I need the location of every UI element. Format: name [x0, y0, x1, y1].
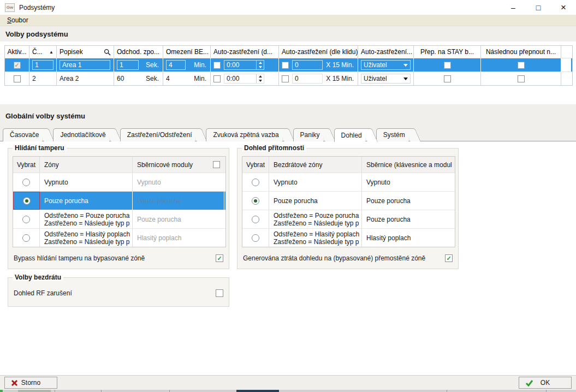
auto-idle-field[interactable]: 0 [292, 60, 323, 70]
window-title: Podsystémy [19, 4, 55, 11]
tamper-radio-pouze-porucha[interactable] [23, 197, 31, 205]
cell-number: 2 [29, 72, 57, 85]
cell-label: Area 1 [57, 58, 114, 72]
tamper-radio-odstrezeno-poplach[interactable] [22, 234, 30, 242]
col-cislo-label: Č... [32, 48, 43, 56]
active-checkbox[interactable] [14, 75, 21, 82]
exit-delay-unit: Sek. [146, 75, 160, 82]
subsystem-section-title: Volby podsystému [5, 30, 68, 38]
supervision-radio-odstrezeno-porucha[interactable] [252, 216, 259, 223]
time-spinner[interactable] [256, 74, 264, 83]
tab-paniky[interactable]: Paniky [293, 128, 323, 141]
option-row[interactable]: Odstřeženo = Hlasitý poplachZastřeženo =… [242, 228, 455, 247]
chevron-down-icon [403, 78, 408, 80]
sort-asc-icon: ▲ [49, 50, 54, 55]
supervision-radio-odstrezeno-poplach[interactable] [252, 234, 259, 242]
sliver-divider [447, 390, 447, 392]
active-checkbox[interactable] [14, 62, 21, 69]
col-popisek[interactable]: Popisek [57, 46, 114, 58]
supervision-radio-pouze-porucha[interactable] [252, 197, 259, 205]
option-row[interactable]: Pouze porucha Pouze porucha [242, 191, 455, 210]
tab-zastrezeni-odstrezeni[interactable]: Zastřežení/Odstřežení [120, 128, 195, 141]
cell-bus: Pouze porucha [133, 192, 224, 210]
col-autozastrezeni-d[interactable]: Auto-zastřežení (d... [211, 46, 279, 58]
auto-idle-checkbox[interactable] [282, 75, 289, 82]
col-vybrat: Vybrat [242, 157, 269, 173]
cancel-button[interactable]: Storno [4, 377, 57, 389]
auto-arm-checkbox[interactable] [213, 62, 221, 69]
option-row[interactable]: Vypnuto Vypnuto [242, 173, 455, 191]
col-stay[interactable]: Přep. na STAY b... [414, 46, 481, 58]
supervision-radio-vypnuto[interactable] [252, 179, 259, 186]
close-icon[interactable]: × [551, 0, 576, 15]
table-row[interactable]: 2 Area 2 60Sek. 4Min. 0:00 0 X 15 Min. U… [5, 72, 572, 85]
auto-idle-checkbox[interactable] [282, 62, 289, 69]
podsystemy-window: Gw Podsystémy – □ × Soubor Volby podsyst… [0, 0, 576, 392]
auto-by-dropdown[interactable]: Uživatel [361, 60, 411, 70]
zones-line1: Odstřeženo = Hlasitý poplach [274, 230, 359, 238]
option-row[interactable]: Odstřeženo = Hlasitý poplachZastřeženo =… [13, 228, 225, 247]
cell-limit: 4Min. [163, 58, 211, 72]
maximize-icon[interactable]: □ [526, 0, 551, 15]
zones-line2: Zastřeženo = Následuje typ p [274, 238, 359, 246]
bypass-checkbox[interactable] [216, 254, 223, 262]
rf-jam-checkbox[interactable] [216, 289, 223, 297]
tab-system[interactable]: Systém [376, 128, 408, 141]
col-cislo[interactable]: Č...▲ [29, 46, 57, 58]
loss-checkbox[interactable] [445, 254, 453, 262]
menu-item-soubor[interactable]: Soubor [5, 16, 31, 24]
exit-delay-field[interactable]: 1 [117, 60, 139, 70]
col-naslednou[interactable]: Následnou přepnout n... [481, 46, 561, 58]
option-row[interactable]: Odstřeženo = Pouze poruchaZastřeženo = N… [242, 210, 455, 228]
cell-select [242, 173, 269, 191]
col-sbernicove-moduly: Sběrnicové moduly [133, 157, 224, 173]
auto-by-dropdown[interactable]: Uživatel [361, 74, 411, 84]
limit-value[interactable]: 4 [166, 75, 170, 82]
cell-auto-by: Uživatel [358, 58, 414, 72]
auto-arm-checkbox[interactable] [213, 75, 221, 82]
bus-modules-checkbox[interactable] [213, 161, 220, 168]
number-field[interactable]: 1 [32, 60, 54, 70]
tamper-radio-odstrezeno-porucha[interactable] [22, 216, 30, 223]
tamper-radio-vypnuto[interactable] [22, 179, 30, 186]
auto-arm-time-field[interactable]: 0:00 [224, 60, 264, 70]
sliver-green-fragment [0, 390, 3, 392]
cancel-x-icon [11, 379, 18, 387]
time-spinner[interactable] [256, 61, 264, 69]
cell-bus: Pouze porucha [362, 192, 454, 210]
cell-bus: Pouze porucha [362, 210, 454, 228]
stay-checkbox[interactable] [444, 62, 451, 69]
option-row-selected[interactable]: Pouze porucha Pouze porucha [13, 191, 225, 210]
tab-casovace[interactable]: Časovače [3, 128, 42, 141]
auto-arm-time-field[interactable]: 0:00 [224, 74, 264, 84]
tab-dohled[interactable]: Dohled [334, 128, 365, 142]
auto-idle-field[interactable]: 0 [292, 74, 323, 84]
cell-zones: Pouze porucha [269, 192, 362, 210]
cell-bus: Vypnuto [133, 173, 224, 191]
option-row[interactable]: Vypnuto Vypnuto [13, 173, 225, 191]
subsystem-table: Aktiv... Č...▲ Popisek Odchod. zpo... Om… [4, 45, 573, 86]
col-autozastrezeni-by[interactable]: Auto-zastřežení... [358, 46, 414, 58]
next-checkbox[interactable] [518, 75, 525, 82]
col-aktiv[interactable]: Aktiv... [5, 46, 29, 58]
table-row[interactable]: 1 Area 1 1Sek. 4Min. 0:00 0 X 15 Min. Už… [5, 58, 572, 72]
number-value[interactable]: 2 [32, 75, 36, 82]
label-value[interactable]: Area 2 [60, 75, 79, 82]
label-field[interactable]: Area 1 [60, 60, 110, 70]
exit-delay-value[interactable]: 60 [117, 75, 124, 82]
tab-jednotlacitkove[interactable]: Jednotlačítkově [53, 128, 109, 141]
search-icon[interactable] [104, 49, 111, 56]
col-odchod[interactable]: Odchod. zpo... [114, 46, 163, 58]
col-omezeni[interactable]: Omezení BE... [163, 46, 211, 58]
next-checkbox[interactable] [518, 62, 525, 69]
ok-button[interactable]: OK [519, 377, 572, 389]
option-row[interactable]: Odstřeženo = Pouze poruchaZastřeženo = N… [13, 210, 225, 228]
stay-checkbox[interactable] [444, 75, 451, 82]
minimize-icon[interactable]: – [501, 0, 526, 15]
limit-field[interactable]: 4 [166, 60, 186, 70]
tab-content-dohled: Hlídání tamperu Vybrat Zóny Sběrnicové m… [0, 141, 576, 375]
subsystem-table-header: Aktiv... Č...▲ Popisek Odchod. zpo... Om… [5, 46, 572, 58]
sliver-dark-fragment [236, 390, 279, 392]
col-autozastrezeni-klid[interactable]: Auto-zastřežení (dle klidu) [279, 46, 358, 58]
tab-zvukova-zpetna-vazba[interactable]: Zvuková zpětná vazba [206, 128, 282, 141]
